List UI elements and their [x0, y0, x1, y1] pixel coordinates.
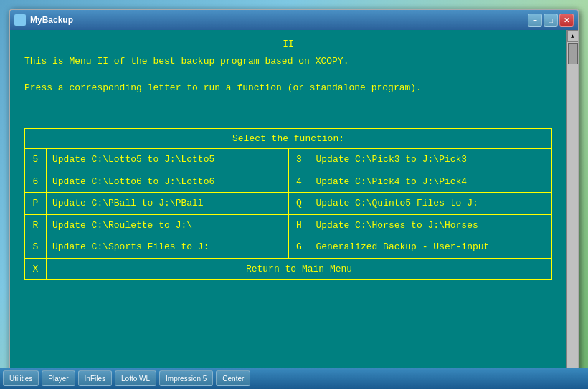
menu-key-6[interactable]: 6 [25, 171, 47, 193]
menu-val-x[interactable]: Return to Main Menu [47, 259, 551, 280]
menu-val-4[interactable]: Update C:\Pick4 to J:\Pick4 [310, 171, 552, 193]
window-title: MyBackup [30, 15, 523, 25]
terminal-area: II This is Menu II of the best backup pr… [10, 30, 566, 379]
menu-key-q[interactable]: Q [289, 193, 310, 214]
titlebar-buttons: – □ ✕ [528, 14, 574, 27]
list-item[interactable]: 4 Update C:\Pick4 to J:\Pick4 [289, 171, 552, 193]
menu-key-p[interactable]: P [25, 193, 47, 214]
main-window: MyBackup – □ ✕ II This is Menu II of the… [9, 9, 579, 380]
taskbar-item-impression[interactable]: Impression 5 [159, 370, 213, 386]
menu-val-5[interactable]: Update C:\Lotto5 to J:\Lotto5 [47, 149, 288, 171]
list-item[interactable]: P Update C:\PBall to J:\PBall [25, 193, 288, 215]
menu-key-r[interactable]: R [25, 215, 47, 236]
taskbar-item-lotto[interactable]: Lotto WL [115, 370, 156, 386]
taskbar-item-center[interactable]: Center [216, 370, 250, 386]
content-area: II This is Menu II of the best backup pr… [10, 30, 578, 379]
list-item[interactable]: S Update C:\Sports Files to J: [25, 236, 288, 258]
description-line1: This is Menu II of the best backup progr… [24, 54, 552, 69]
description-line2: Press a corresponding letter to run a fu… [24, 81, 552, 95]
menu-val-p[interactable]: Update C:\PBall to J:\PBall [47, 193, 288, 214]
maximize-button[interactable]: □ [544, 14, 558, 27]
menu-val-q[interactable]: Update C:\Quinto5 Files to J: [310, 193, 552, 214]
list-item[interactable]: 3 Update C:\Pick3 to J:\Pick3 [289, 149, 552, 171]
return-to-main-row[interactable]: X Return to Main Menu [25, 258, 551, 280]
taskbar-item-player[interactable]: Player [42, 370, 75, 386]
taskbar-item-infiles[interactable]: InFiles [78, 370, 112, 386]
menu-grid: 5 Update C:\Lotto5 to J:\Lotto5 6 Update… [25, 149, 551, 258]
list-item[interactable]: 5 Update C:\Lotto5 to J:\Lotto5 [25, 149, 288, 171]
list-item[interactable]: 6 Update C:\Lotto6 to J:\Lotto6 [25, 171, 288, 193]
menu-key-3[interactable]: 3 [289, 149, 310, 171]
titlebar: MyBackup – □ ✕ [10, 10, 578, 30]
menu-key-h[interactable]: H [289, 215, 310, 236]
taskbar: Utilities Player InFiles Lotto WL Impres… [0, 368, 588, 389]
menu-key-5[interactable]: 5 [25, 149, 47, 171]
menu-val-3[interactable]: Update C:\Pick3 to J:\Pick3 [310, 149, 552, 171]
list-item[interactable]: G Generalized Backup - User-input [289, 236, 552, 258]
menu-val-6[interactable]: Update C:\Lotto6 to J:\Lotto6 [47, 171, 288, 193]
list-item[interactable]: Q Update C:\Quinto5 Files to J: [289, 193, 552, 215]
menu-table: Select the function: 5 Update C:\Lotto5 … [24, 128, 552, 281]
window-icon [14, 14, 26, 26]
scroll-thumb[interactable] [568, 43, 578, 64]
menu-right: 3 Update C:\Pick3 to J:\Pick3 4 Update C… [289, 149, 552, 258]
scroll-up-arrow[interactable]: ▲ [567, 30, 579, 42]
minimize-button[interactable]: – [528, 14, 542, 27]
scrollbar[interactable]: ▲ ▼ [566, 30, 578, 379]
terminal-content: II This is Menu II of the best backup pr… [24, 37, 552, 280]
menu-val-r[interactable]: Update C:\Roulette to J:\ [47, 215, 288, 236]
menu-val-g[interactable]: Generalized Backup - User-input [310, 236, 552, 258]
menu-key-x[interactable]: X [25, 259, 47, 280]
table-header: Select the function: [25, 129, 551, 150]
list-item[interactable]: H Update C:\Horses to J:\Horses [289, 215, 552, 237]
menu-left: 5 Update C:\Lotto5 to J:\Lotto5 6 Update… [25, 149, 288, 258]
menu-key-s[interactable]: S [25, 236, 47, 258]
close-button[interactable]: ✕ [559, 14, 574, 27]
menu-heading: II [24, 37, 552, 52]
list-item[interactable]: R Update C:\Roulette to J:\ [25, 215, 288, 237]
menu-key-g[interactable]: G [289, 236, 310, 258]
menu-key-4[interactable]: 4 [289, 171, 310, 193]
taskbar-item-utilities[interactable]: Utilities [3, 370, 39, 386]
menu-val-s[interactable]: Update C:\Sports Files to J: [47, 236, 288, 258]
menu-val-h[interactable]: Update C:\Horses to J:\Horses [310, 215, 552, 236]
